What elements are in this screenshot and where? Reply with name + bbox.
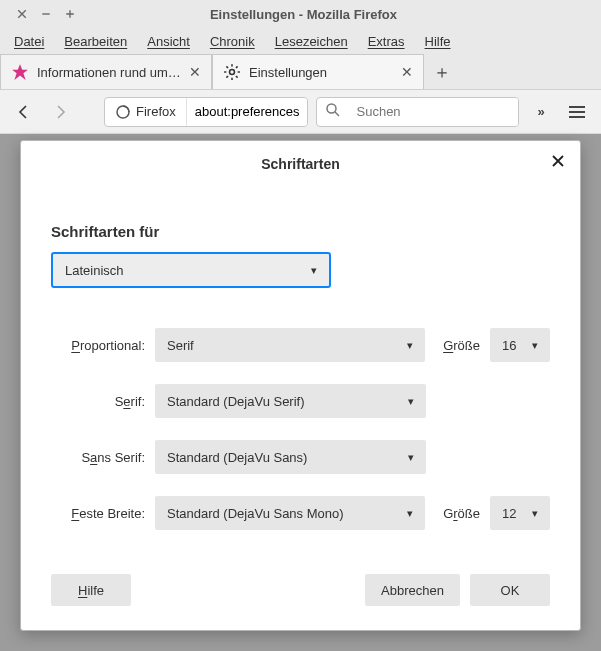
search-input[interactable]	[349, 98, 520, 126]
identity-label: Firefox	[136, 104, 176, 119]
menu-file[interactable]: Datei	[14, 34, 44, 49]
overflow-button[interactable]: »	[527, 104, 555, 119]
dialog-title: Schriftarten	[261, 156, 340, 172]
svg-point-0	[230, 70, 235, 75]
language-select[interactable]: Lateinisch ▾	[51, 252, 331, 288]
window-title: Einstellungen - Mozilla Firefox	[76, 7, 531, 22]
mono-label: Feste Breite:	[51, 506, 145, 521]
fonts-dialog: Schriftarten Schriftarten für Lateinisch…	[20, 140, 581, 631]
tab-active-close-icon[interactable]: ✕	[401, 64, 413, 80]
search-box[interactable]	[316, 97, 520, 127]
size-label-prop: Größe	[443, 338, 480, 353]
chevron-down-icon: ▾	[311, 264, 317, 277]
menu-help[interactable]: Hilfe	[425, 34, 451, 49]
mono-size-select[interactable]: 12▾	[490, 496, 550, 530]
proportional-size-select[interactable]: 16▾	[490, 328, 550, 362]
forward-button[interactable]	[46, 98, 74, 126]
chevron-down-icon: ▾	[532, 507, 538, 520]
window-close-icon[interactable]	[16, 7, 28, 21]
window-minimize-icon[interactable]	[40, 7, 52, 21]
menu-bookmarks[interactable]: Lesezeichen	[275, 34, 348, 49]
tab-active[interactable]: Einstellungen ✕	[212, 54, 424, 89]
favicon-icon	[11, 63, 29, 81]
cancel-button[interactable]: Abbrechen	[365, 574, 460, 606]
svg-point-2	[327, 104, 336, 113]
chevron-down-icon: ▾	[407, 507, 413, 520]
size-label-mono: Größe	[443, 506, 480, 521]
address-bar[interactable]: Firefox	[104, 97, 308, 127]
tab-background-label: Informationen rund um die K	[37, 65, 181, 80]
menubar: Datei Bearbeiten Ansicht Chronik Lesezei…	[0, 28, 601, 54]
menu-view[interactable]: Ansicht	[147, 34, 190, 49]
menu-edit[interactable]: Bearbeiten	[64, 34, 127, 49]
url-input[interactable]	[187, 98, 308, 126]
chevron-down-icon: ▾	[407, 339, 413, 352]
chevron-down-icon: ▾	[408, 451, 414, 464]
tab-background[interactable]: Informationen rund um die K ✕	[0, 54, 212, 89]
dialog-close-icon[interactable]	[550, 153, 566, 174]
mono-select[interactable]: Standard (DejaVu Sans Mono)▾	[155, 496, 425, 530]
language-select-value: Lateinisch	[65, 263, 124, 278]
serif-select[interactable]: Standard (DejaVu Serif)▾	[155, 384, 426, 418]
serif-label: Serif:	[51, 394, 145, 409]
sans-select[interactable]: Standard (DejaVu Sans)▾	[155, 440, 426, 474]
tab-active-label: Einstellungen	[249, 65, 393, 80]
chevron-down-icon: ▾	[532, 339, 538, 352]
firefox-icon	[115, 104, 131, 120]
ok-button[interactable]: OK	[470, 574, 550, 606]
gear-icon	[223, 63, 241, 81]
search-icon	[325, 102, 341, 118]
menu-history[interactable]: Chronik	[210, 34, 255, 49]
proportional-select[interactable]: Serif▾	[155, 328, 425, 362]
new-tab-button[interactable]: ＋	[424, 54, 460, 89]
back-button[interactable]	[10, 98, 38, 126]
sans-label: Sans Serif:	[51, 450, 145, 465]
chevron-down-icon: ▾	[408, 395, 414, 408]
menu-tools[interactable]: Extras	[368, 34, 405, 49]
tab-bg-close-icon[interactable]: ✕	[189, 64, 201, 80]
help-button[interactable]: Hilfe	[51, 574, 131, 606]
window-maximize-icon[interactable]	[64, 7, 76, 21]
hamburger-menu[interactable]	[563, 106, 591, 118]
section-heading: Schriftarten für	[51, 223, 550, 240]
proportional-label: Proportional:	[51, 338, 145, 353]
